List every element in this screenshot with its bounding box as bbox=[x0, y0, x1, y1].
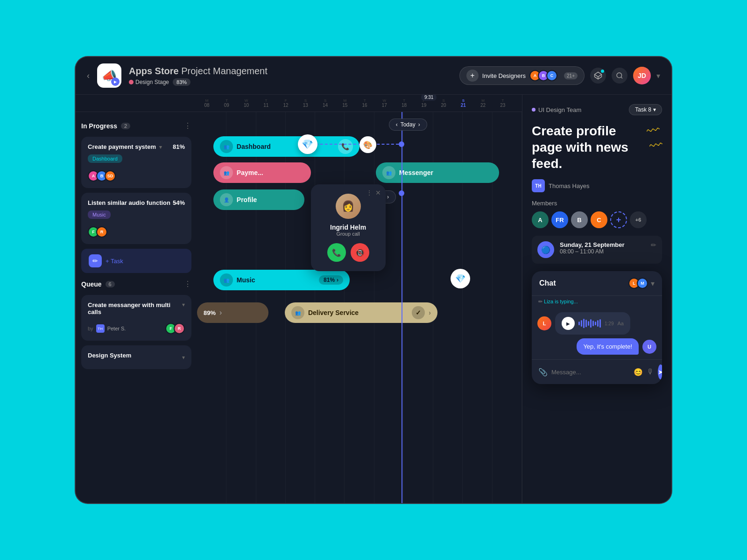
task-percent: 81% bbox=[173, 143, 185, 150]
author-initials: TH bbox=[532, 179, 545, 192]
bar-label: Messenger bbox=[399, 169, 433, 176]
queue-title: Queue bbox=[81, 280, 102, 288]
date-cell: M15 bbox=[335, 98, 355, 108]
chat-header: Chat L M ▾ bbox=[532, 271, 662, 296]
gantt-row-dashboard: 👥 Dashboard 📞 🎨 bbox=[197, 133, 522, 161]
task-footer: A B SD bbox=[88, 170, 185, 182]
bar-label: Dashboard bbox=[237, 143, 271, 150]
task-title: Listen similar audio function ▾ bbox=[88, 199, 176, 206]
chat-chevron[interactable]: ▾ bbox=[651, 279, 655, 288]
avatar: SD bbox=[105, 170, 116, 182]
avatar: R bbox=[96, 226, 107, 238]
figma-icon: 🎨 bbox=[359, 136, 376, 153]
bar-music[interactable]: 👥 Music 81%› bbox=[213, 270, 350, 290]
task-title: Create messanger with multi calls bbox=[88, 301, 182, 315]
bar-avatar: 👥 bbox=[220, 166, 233, 179]
task-tag: Dashboard bbox=[88, 154, 122, 163]
bar-dashboard[interactable]: 👥 Dashboard 📞 bbox=[213, 136, 359, 157]
call-buttons: 📞 📵 bbox=[320, 243, 376, 262]
bar-avatar: 👥 bbox=[382, 166, 395, 179]
bar-label: Music bbox=[237, 276, 255, 284]
emoji-icon[interactable]: 😊 bbox=[634, 368, 643, 377]
in-progress-title: In Progress bbox=[81, 122, 117, 130]
team-label: UI Design Team bbox=[532, 106, 581, 113]
date-cell: T11 bbox=[256, 98, 276, 108]
user-avatar[interactable]: JD bbox=[633, 67, 651, 84]
gantt-area: 9:31 M08 T09 W10 T11 F12 S13 S14 M15 T16… bbox=[76, 95, 522, 503]
schedule-date: Sunday, 21 September bbox=[560, 241, 624, 248]
bar-messenger[interactable]: 👥 Messenger bbox=[376, 162, 499, 183]
bar-avatar: 👥 bbox=[291, 306, 304, 319]
bar-89[interactable]: 89% › bbox=[197, 302, 268, 323]
user-avatar-chat: U bbox=[642, 340, 656, 354]
call-name: Ingrid Helm bbox=[320, 224, 376, 231]
chat-title: Chat bbox=[539, 279, 628, 287]
sent-message-row: Yep, it's complete! U bbox=[537, 338, 656, 355]
message-input[interactable] bbox=[551, 369, 630, 376]
send-button[interactable]: ➤ bbox=[658, 364, 662, 379]
accept-call-button[interactable]: 📞 bbox=[327, 243, 346, 262]
doodle-decoration: 〰〰 bbox=[646, 122, 665, 154]
main-content: 9:31 M08 T09 W10 T11 F12 S13 S14 M15 T16… bbox=[76, 95, 671, 503]
bar-delivery[interactable]: 👥 Delivery Service ✓ › bbox=[285, 302, 437, 323]
check-icon: ✓ bbox=[412, 306, 425, 319]
queue-header: Queue 6 ⋮ bbox=[81, 278, 191, 290]
today-button[interactable]: ‹ Today › bbox=[389, 119, 427, 131]
team-dot bbox=[532, 108, 536, 112]
schedule-row: 🔵 Sunday, 21 September 08:00 – 11:00 AM … bbox=[532, 236, 662, 264]
avatar: R bbox=[174, 323, 185, 334]
search-icon-btn[interactable] bbox=[612, 68, 627, 84]
audio-message: L ▶ bbox=[537, 312, 656, 335]
date-cell: F12 bbox=[276, 98, 296, 108]
task-card[interactable]: Design System ▾ bbox=[81, 345, 191, 369]
call-status: Group call bbox=[320, 231, 376, 237]
task-avatars: F R bbox=[165, 323, 185, 334]
queue-count: 6 bbox=[106, 281, 115, 287]
audio-time: 1:29 bbox=[605, 321, 613, 326]
date-cell: T09 bbox=[217, 98, 236, 108]
back-button[interactable]: ‹ bbox=[87, 71, 90, 81]
date-cell: T18 bbox=[395, 98, 414, 108]
task-card[interactable]: Create payment system ▾ 81% Dashboard A … bbox=[81, 137, 191, 188]
bar-avatar: 👤 bbox=[220, 193, 233, 206]
task-card[interactable]: Listen similar audio function ▾ 54% Musi… bbox=[81, 193, 191, 244]
decline-call-button[interactable]: 📵 bbox=[351, 243, 369, 262]
close-icon[interactable]: ✕ bbox=[375, 189, 381, 196]
expand-icon: ▾ bbox=[182, 354, 185, 361]
mic-icon[interactable]: 🎙 bbox=[647, 368, 654, 376]
date-cell: S14 bbox=[316, 98, 335, 108]
play-button[interactable]: ▶ bbox=[562, 317, 575, 330]
attachment-icon[interactable]: 📎 bbox=[538, 368, 548, 377]
date-cell: M22 bbox=[473, 98, 493, 108]
panel-title-row: Create profile page with news feed. 〰〰 bbox=[532, 123, 662, 172]
aa-label: Aa bbox=[617, 321, 623, 326]
date-cell: W10 bbox=[237, 98, 256, 108]
edit-icon[interactable]: ✏ bbox=[651, 241, 656, 249]
call-popup: ⋮ ✕ 👩 Ingrid Helm Group call 📞 📵 bbox=[311, 184, 386, 271]
add-member-button[interactable]: + bbox=[610, 211, 627, 228]
section-menu-dots[interactable]: ⋮ bbox=[184, 121, 191, 130]
date-cell: S13 bbox=[296, 98, 315, 108]
section-menu-dots[interactable]: ⋮ bbox=[184, 280, 191, 288]
invite-button[interactable]: + Invite Designers A B C 21+ bbox=[459, 66, 585, 85]
play-icon: ▶ bbox=[111, 77, 120, 86]
music-percent: 81%› bbox=[319, 275, 343, 285]
task-card[interactable]: Create messanger with multi calls ▾ by T… bbox=[81, 295, 191, 341]
gantt-rows: ‹ Today › 💎 👥 bbox=[197, 112, 522, 503]
bar-payment[interactable]: 👥 Payme... bbox=[213, 162, 311, 183]
add-task-button[interactable]: ✏ + Task bbox=[81, 249, 191, 273]
stage-badge: Design Stage bbox=[129, 79, 169, 85]
app-frame: ‹ 📣 ▶ Apps Store Project Management Desi… bbox=[75, 56, 672, 504]
bar-profile[interactable]: 👤 Profile bbox=[213, 189, 304, 210]
user-chevron[interactable]: ▾ bbox=[656, 71, 660, 80]
time-display: 9:31 bbox=[421, 95, 437, 101]
task-title: Create payment system ▾ bbox=[88, 143, 162, 150]
stage-dot bbox=[129, 80, 134, 84]
svg-point-1 bbox=[617, 73, 622, 78]
members-label: Members bbox=[532, 200, 662, 207]
panel-title: Create profile page with news feed. bbox=[532, 123, 648, 172]
notification-dot bbox=[601, 70, 604, 73]
cube-icon-btn[interactable] bbox=[590, 68, 606, 84]
popup-menu[interactable]: ⋮ bbox=[366, 189, 373, 196]
task-badge[interactable]: Task 8 ▾ bbox=[629, 104, 662, 115]
